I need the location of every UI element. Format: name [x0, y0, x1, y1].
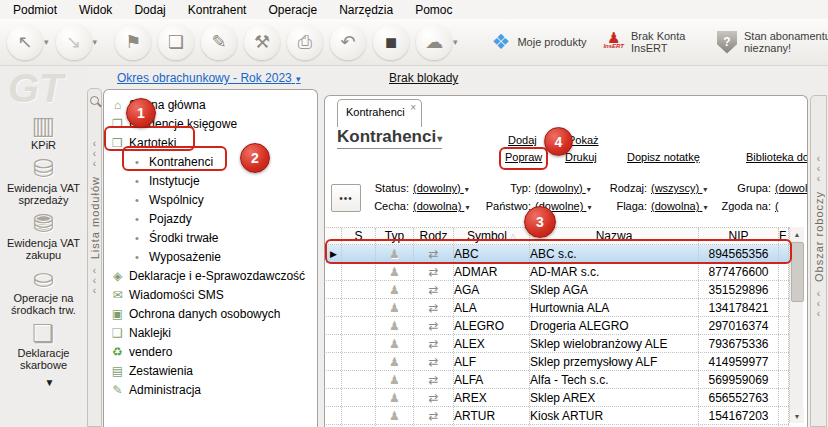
- module-tax-declarations[interactable]: ❏ Deklaracje skarbowe: [3, 320, 85, 371]
- exchange-icon: ⇄: [428, 247, 438, 261]
- tree-item-strona-glowna[interactable]: ⌂ Strona główna: [104, 95, 317, 114]
- tree-item-instytucje[interactable]: • Instytucje: [104, 171, 317, 190]
- toolbar: ↖ ▾ ↘ ▾ ⚑ ❏ ✎ ⚒ ⎙ ↶ ■ ☁ ▾ ❖ Moje produkt…: [0, 19, 828, 66]
- pokaz-link[interactable]: Pokaż: [568, 134, 599, 146]
- stamp-icon: ⚒: [254, 31, 270, 53]
- column-header-s[interactable]: S: [342, 228, 376, 244]
- menu-dodaj[interactable]: Dodaj: [123, 1, 176, 19]
- print-button[interactable]: ⎙: [287, 24, 323, 60]
- biblioteka-dokumentow-link[interactable]: Biblioteka dok: [746, 151, 808, 163]
- menu-kontrahent[interactable]: Kontrahent: [177, 1, 258, 19]
- my-products-button[interactable]: ❖ Moje produkty: [492, 36, 590, 48]
- popraw-link[interactable]: Popraw: [505, 151, 542, 163]
- tree-item-ewidencje-ksiegowe[interactable]: ❐ Ewidencje księgowe: [104, 114, 317, 133]
- table-row-arex[interactable]: ♟ ⇄ AREX Sklep AREX 656552763: [326, 389, 789, 407]
- tree-item-ochrona-danych[interactable]: ▣ Ochrona danych osobowych: [104, 304, 317, 323]
- cloud-dropdown-icon[interactable]: ▾: [453, 37, 458, 47]
- scroll-down-icon[interactable]: ▼: [790, 409, 804, 423]
- tree-item-administracja[interactable]: ✎ Administracja: [104, 380, 317, 399]
- edit-button[interactable]: ✎: [201, 24, 237, 60]
- undo-icon: ↶: [341, 31, 356, 53]
- column-header-f[interactable]: F: [779, 228, 789, 244]
- tree-item-kartoteki[interactable]: ❒ Kartoteki: [104, 133, 317, 152]
- table-row-artur[interactable]: ♟ ⇄ ARTUR Kiosk ARTUR 154167203: [326, 407, 789, 425]
- menu-pomoc[interactable]: Pomoc: [404, 1, 463, 19]
- module-list-strip[interactable]: ‹ ‹ ‹ Lista modułów ‹ ‹ ‹: [87, 88, 102, 427]
- table-row-alf[interactable]: ♟ ⇄ ALF Sklep przemysłowy ALF 414959977: [326, 353, 789, 371]
- table-scrollbar[interactable]: ▲ ▼: [789, 227, 803, 423]
- tree-item-zestawienia[interactable]: ▤ Zestawienia: [104, 361, 317, 380]
- filter-cecha-value[interactable]: (dowolna) ▾: [413, 200, 479, 212]
- table-row-alex[interactable]: ♟ ⇄ ALEX Sklep wielobranżowy ALE 7936753…: [326, 335, 789, 353]
- dodaj-link[interactable]: Dodaj: [508, 134, 537, 146]
- sms-envelope-icon: ✉: [110, 288, 125, 302]
- undo-button[interactable]: ↶: [330, 24, 366, 60]
- page-title[interactable]: Kontrahenci▾: [337, 127, 442, 149]
- search-icon[interactable]: [90, 96, 99, 105]
- tree-item-wyposazenie[interactable]: • Wyposażenie: [104, 247, 317, 266]
- insert-logo-icon: ♟ InsERT: [603, 33, 624, 51]
- pin-button[interactable]: ⚑: [115, 24, 151, 60]
- column-header-symbol[interactable]: Symbol△: [454, 228, 530, 244]
- new-document-button[interactable]: ❏: [158, 24, 194, 60]
- cloud-sync-button[interactable]: ☁: [416, 24, 452, 60]
- filter-zgoda-value[interactable]: (: [775, 200, 808, 212]
- subscription-status-button[interactable]: ? Stan abonamentu nieznany!: [717, 30, 828, 54]
- stamp-button[interactable]: ⚒: [244, 24, 280, 60]
- dopisz-notatke-link[interactable]: Dopisz notatkę: [627, 151, 700, 163]
- menu-podmiot[interactable]: Podmiot: [2, 1, 68, 19]
- lock-status-link[interactable]: Brak blokady: [389, 71, 458, 85]
- tab-kontrahenci[interactable]: Kontrahenci ×: [337, 99, 422, 127]
- select-tool-button[interactable]: ↖: [7, 24, 43, 60]
- module-vat-sales[interactable]: ⛁ Ewidencja VAT sprzedaży: [3, 155, 85, 206]
- tree-item-naklejki[interactable]: ❑ Naklejki: [104, 323, 317, 342]
- filter-panstwo-value[interactable]: (dowolne) ▾: [535, 200, 605, 212]
- table-row-abc[interactable]: ▶ ♟ ⇄ ABC ABC s.c. 894565356: [326, 245, 789, 263]
- module-fixed-assets-ops[interactable]: ⛀ Operacje na środkach trw.: [3, 265, 85, 316]
- filter-typ-value[interactable]: (dowolny) ▾: [535, 182, 605, 194]
- drukuj-link[interactable]: Drukuj: [565, 151, 597, 163]
- tree-item-deklaracje[interactable]: ◈ Deklaracje i e-Sprawozdawczość: [104, 266, 317, 285]
- insert-account-button[interactable]: ♟ InsERT Brak Konta InsERT: [603, 30, 703, 54]
- bullet-icon: •: [135, 175, 143, 187]
- column-header-nazwa[interactable]: Nazwa: [530, 228, 699, 244]
- shield-question-icon: ?: [717, 31, 737, 54]
- more-filters-button[interactable]: •••: [331, 184, 361, 212]
- menu-operacje[interactable]: Operacje: [257, 1, 328, 19]
- filter-rodzaj-value[interactable]: (wszyscy) ▾: [651, 182, 719, 194]
- go-dropdown-icon[interactable]: ▾: [93, 37, 98, 47]
- filter-grupa-value[interactable]: (dowoln: [775, 182, 808, 194]
- tree-item-vendero[interactable]: ♻ vendero: [104, 342, 317, 361]
- workspace-strip[interactable]: ‹ ‹ ‹ Obszar roboczy ‹ ‹ ‹: [810, 95, 827, 427]
- table-row-alfa[interactable]: ♟ ⇄ ALFA Alfa - Tech s.c. 569959069: [326, 371, 789, 389]
- scrollbar-thumb[interactable]: [791, 242, 804, 302]
- tree-item-srodki-trwale[interactable]: • Środki trwałe: [104, 228, 317, 247]
- tree-item-wiadomosci-sms[interactable]: ✉ Wiadomości SMS: [104, 285, 317, 304]
- module-kpir[interactable]: ▥ KPiR: [3, 112, 85, 151]
- bullet-icon: •: [135, 213, 143, 225]
- accounting-period-link[interactable]: Okres obrachunkowy - Rok 2023 ▾: [117, 71, 301, 85]
- tree-item-kontrahenci[interactable]: • Kontrahenci: [104, 152, 317, 171]
- tree-item-wspolnicy[interactable]: • Wspólnicy: [104, 190, 317, 209]
- pointer-dropdown-icon[interactable]: ▾: [44, 37, 49, 47]
- row-selector-header[interactable]: [326, 228, 342, 244]
- tree-item-pojazdy[interactable]: • Pojazdy: [104, 209, 317, 228]
- column-header-typ[interactable]: Typ: [376, 228, 414, 244]
- scroll-up-icon[interactable]: ▲: [790, 227, 804, 241]
- more-modules-arrow-icon[interactable]: ▼: [45, 377, 55, 388]
- filter-flaga-value[interactable]: (dowolna) ▾: [651, 200, 719, 212]
- table-row-aga[interactable]: ♟ ⇄ AGA Sklep AGA 351529896: [326, 281, 789, 299]
- column-header-rodz[interactable]: Rodz: [414, 228, 454, 244]
- module-vat-purchases[interactable]: ⛃ Ewidencja VAT zakupu: [3, 210, 85, 261]
- table-row-ala[interactable]: ♟ ⇄ ALA Hurtownia ALA 134178421: [326, 299, 789, 317]
- go-to-button[interactable]: ↘: [56, 24, 92, 60]
- bullet-icon: •: [135, 156, 143, 168]
- menu-widok[interactable]: Widok: [68, 1, 123, 19]
- table-row-alegro[interactable]: ♟ ⇄ ALEGRO Drogeria ALEGRO 297016374: [326, 317, 789, 335]
- table-row-admar[interactable]: ♟ ⇄ ADMAR AD-MAR s.c. 877476600: [326, 263, 789, 281]
- menu-narzedzia[interactable]: Narzędzia: [328, 1, 404, 19]
- column-header-nip[interactable]: NIP: [699, 228, 779, 244]
- cube-button[interactable]: ■: [373, 24, 409, 60]
- filter-status-value[interactable]: (dowolny) ▾: [413, 182, 479, 194]
- tab-close-icon[interactable]: ×: [410, 102, 416, 113]
